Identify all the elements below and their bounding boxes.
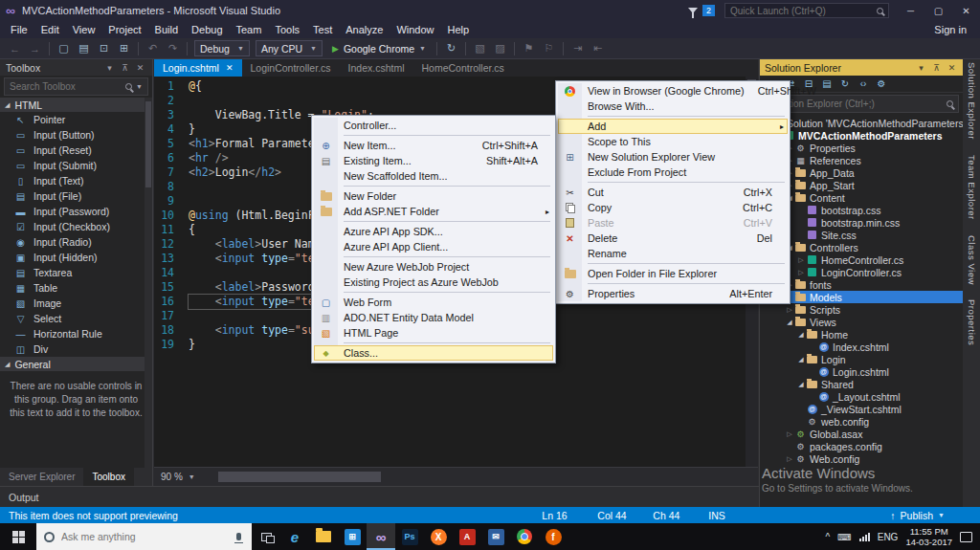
add-submenu-item-class[interactable]: ◆Class... — [314, 345, 553, 361]
notifications-badge[interactable]: 2 — [702, 5, 715, 16]
toolbox-item-pointer[interactable]: ↖Pointer — [0, 112, 152, 127]
view-code-icon[interactable]: ‹› — [855, 78, 872, 89]
expanded-arrow-icon[interactable]: ◢ — [796, 381, 806, 388]
tree-item-index-cshtml[interactable]: Index.cshtml — [760, 341, 963, 353]
start-debugging-button[interactable]: ▶ Google Chrome ▼ — [326, 40, 432, 56]
refresh-browser-link-icon[interactable]: ↻ — [442, 42, 460, 55]
close-icon[interactable]: ✕ — [946, 63, 958, 73]
taskbar-search-input[interactable] — [61, 531, 230, 542]
tree-item-login[interactable]: ◢Login — [760, 353, 963, 365]
collapsed-arrow-icon[interactable]: ▷ — [785, 306, 794, 314]
toolbox-item-input-hidden[interactable]: ▣Input (Hidden) — [0, 250, 152, 265]
side-tab-team-explorer[interactable]: Team Explorer — [967, 155, 977, 220]
language-indicator[interactable]: ENG — [878, 532, 899, 542]
toolbox-search[interactable]: ▼ — [4, 77, 148, 96]
add-submenu-item-new-scaffolded-item[interactable]: New Scaffolded Item... — [314, 168, 553, 184]
taskbar-app-firefox[interactable]: f — [539, 523, 568, 550]
toolbox-section-general[interactable]: ◢General — [0, 357, 152, 371]
uncomment-icon[interactable]: ▨ — [491, 42, 509, 55]
feedback-icon[interactable] — [688, 8, 698, 13]
tree-item-web-config[interactable]: ⚙web.config — [760, 415, 963, 428]
save-all-icon[interactable]: ⊞ — [115, 42, 133, 55]
solution-explorer-search-input[interactable] — [769, 99, 943, 109]
menu-test[interactable]: Test — [306, 22, 339, 37]
add-submenu-item-html-page[interactable]: ▧HTML Page — [314, 325, 553, 341]
network-icon[interactable] — [859, 533, 870, 541]
quick-launch[interactable] — [724, 3, 889, 18]
expanded-arrow-icon[interactable]: ◢ — [785, 319, 794, 326]
editor-tab-logincontroller-cs[interactable]: LoginController.cs — [242, 59, 340, 77]
menu-build[interactable]: Build — [148, 22, 185, 37]
cortana-search[interactable] — [36, 523, 252, 550]
tree-item-packages-config[interactable]: ⚙packages.config — [760, 440, 963, 452]
toolbox-item-input-button[interactable]: ▭Input (Button) — [0, 127, 152, 143]
menu-edit[interactable]: Edit — [34, 22, 66, 37]
undo-icon[interactable]: ↶ — [144, 42, 162, 55]
toolbox-item-input-radio[interactable]: ◉Input (Radio) — [0, 234, 152, 250]
collapsed-arrow-icon[interactable]: ▷ — [796, 269, 806, 276]
properties-icon[interactable]: ⚙ — [873, 78, 890, 89]
taskbar-app-edge[interactable]: e — [280, 523, 309, 550]
context-menu-item-open-folder-in-file-explorer[interactable]: Open Folder in File Explorer — [558, 266, 788, 281]
menu-help[interactable]: Help — [441, 22, 477, 37]
add-submenu-item-web-form[interactable]: ▢Web Form — [314, 295, 553, 310]
show-all-files-icon[interactable]: ▤ — [818, 78, 835, 89]
add-submenu-item-new-folder[interactable]: New Folder — [314, 188, 553, 204]
toolbox-scrollbar[interactable] — [145, 98, 152, 468]
side-tab-class-view[interactable]: Class View — [967, 235, 977, 285]
menu-analyze[interactable]: Analyze — [339, 22, 390, 37]
menu-view[interactable]: View — [66, 22, 102, 37]
toolbox-item-input-checkbox[interactable]: ☑Input (Checkbox) — [0, 219, 152, 234]
tree-item-web-config[interactable]: ▷⚙Web.config — [760, 452, 963, 465]
editor-horizontal-scrollbar[interactable] — [213, 468, 758, 486]
collapsed-arrow-icon[interactable]: ▷ — [796, 256, 806, 264]
taskbar-app-mail[interactable]: ✉ — [481, 523, 510, 550]
taskbar-app-store[interactable]: ⊞ — [338, 523, 367, 550]
tree-item-login-cshtml[interactable]: Login.cshtml — [760, 365, 963, 378]
comment-out-icon[interactable]: ▧ — [471, 42, 489, 55]
context-menu-item-scope-to-this[interactable]: Scope to This — [558, 134, 788, 149]
toolbox-item-table[interactable]: ▦Table — [0, 280, 152, 296]
tab-close-icon[interactable]: ✕ — [226, 63, 234, 73]
side-tab-solution-explorer[interactable]: Solution Explorer — [967, 62, 977, 140]
add-submenu-item-existing-item[interactable]: ▤Existing Item...Shift+Alt+A — [314, 153, 553, 168]
menu-tools[interactable]: Tools — [268, 22, 306, 37]
toolbox-section-html[interactable]: ◢HTML — [0, 98, 152, 112]
context-menu-item-rename[interactable]: Rename — [558, 246, 788, 261]
output-panel-header[interactable]: Output — [0, 486, 759, 507]
task-view-button[interactable] — [252, 523, 280, 550]
add-submenu-item-existing-project-as-azure-webjob[interactable]: Existing Project as Azure WebJob — [314, 275, 553, 290]
redo-icon[interactable]: ↷ — [164, 42, 182, 55]
toolbox-item-input-file[interactable]: ▤Input (File) — [0, 188, 152, 204]
toolbox-item-input-submit[interactable]: ▭Input (Submit) — [0, 158, 152, 173]
add-submenu-item-new-item[interactable]: ⊕New Item...Ctrl+Shift+A — [314, 138, 553, 153]
close-icon[interactable]: ✕ — [134, 63, 146, 73]
restore-button[interactable]: ▢ — [924, 0, 952, 21]
add-submenu-item-new-azure-webjob-project[interactable]: New Azure WebJob Project — [314, 259, 553, 275]
context-menu-item-view-in-browser-google-chrome[interactable]: View in Browser (Google Chrome)Ctrl+Shif… — [558, 83, 788, 99]
menu-debug[interactable]: Debug — [185, 22, 229, 37]
context-menu-item-properties[interactable]: ⚙PropertiesAlt+Enter — [558, 286, 788, 301]
tree-item-scripts[interactable]: ▷Scripts — [760, 303, 963, 316]
context-menu-item-copy[interactable]: CopyCtrl+C — [558, 200, 788, 215]
panel-tab-toolbox[interactable]: Toolbox — [83, 468, 133, 486]
side-tab-properties[interactable]: Properties — [967, 299, 977, 345]
add-submenu-item-ado-net-entity-data-model[interactable]: ▥ADO.NET Entity Data Model — [314, 310, 553, 325]
toolbox-item-textarea[interactable]: ▤Textarea — [0, 265, 152, 280]
tree-item-layout-cshtml[interactable]: _Layout.cshtml — [760, 390, 963, 403]
pin-icon[interactable]: ⊼ — [119, 63, 131, 73]
tree-item-global-asax[interactable]: ▷⚙Global.asax — [760, 428, 963, 440]
context-menu-item-exclude-from-project[interactable]: Exclude From Project — [558, 165, 788, 180]
increase-indent-icon[interactable]: ⇥ — [568, 42, 587, 55]
taskbar-app-visual-studio[interactable]: ∞ — [367, 523, 395, 550]
previous-bookmark-icon[interactable]: ⚐ — [540, 42, 558, 55]
add-submenu-item-controller[interactable]: Controller... — [314, 118, 553, 133]
collapsed-arrow-icon[interactable]: ▷ — [785, 430, 794, 438]
save-icon[interactable]: ⊡ — [95, 42, 113, 55]
navigate-forward-icon[interactable]: → — [26, 43, 44, 55]
window-position-icon[interactable]: ▾ — [103, 63, 116, 73]
minimize-button[interactable]: ─ — [897, 0, 924, 21]
zoom-dropdown[interactable]: 90 % ▼ — [154, 472, 213, 482]
window-position-icon[interactable]: ▾ — [915, 63, 927, 73]
taskbar-app-chrome[interactable] — [510, 523, 539, 550]
